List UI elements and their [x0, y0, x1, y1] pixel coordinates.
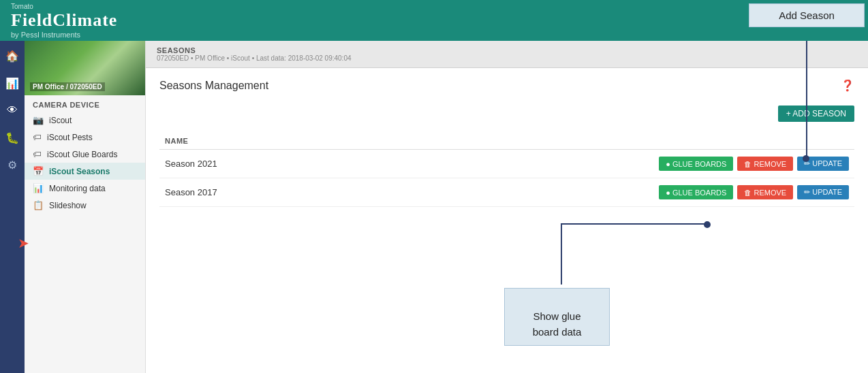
icon-nav: 🏠 📊 👁 🐛 ⚙: [0, 41, 25, 373]
sidebar-item-slideshow[interactable]: 📋 Slideshow: [25, 197, 145, 214]
glue-boards-icon: 🏷: [33, 149, 42, 159]
sidebar: PM Office / 072050ED CAMERA DEVICE 📷 iSc…: [25, 41, 146, 373]
show-glue-callout: Show glue board data: [504, 288, 610, 346]
row-actions-1: ● GLUE BOARDS 🗑 REMOVE ✏ UPDATE: [326, 150, 854, 178]
show-glue-dot: [704, 221, 711, 228]
brand-title: FieldClimate: [11, 10, 117, 31]
sidebar-item-iscout-pests-label: iScout Pests: [47, 133, 93, 142]
brand-area: Tomato FieldClimate by Pessl Instruments: [11, 3, 117, 39]
add-season-callout-line: [806, 41, 807, 160]
station-label: Tomato: [11, 3, 117, 10]
content-title-row: Seasons Management ❓: [159, 79, 854, 92]
iscout-pests-icon: 🏷: [33, 132, 42, 142]
season-name-1: Season 2021: [159, 150, 326, 178]
app-layout: 🏠 📊 👁 🐛 ⚙ PM Office / 072050ED CAMERA DE…: [0, 41, 868, 373]
monitoring-icon: 📊: [33, 183, 44, 193]
sidebar-item-iscout-label: iScout: [49, 116, 72, 125]
content-header: SEASONS 072050ED • PM Office • iScout • …: [146, 41, 868, 68]
sidebar-item-slideshow-label: Slideshow: [49, 201, 87, 210]
sidebar-item-iscout[interactable]: 📷 iScout: [25, 112, 145, 129]
help-icon[interactable]: ❓: [841, 79, 854, 92]
slideshow-icon: 📋: [33, 200, 44, 210]
sidebar-item-glue-boards-label: iScout Glue Boards: [47, 150, 117, 159]
content-header-sub: 072050ED • PM Office • iScout • Last dat…: [157, 54, 857, 62]
iscout-icon: 📷: [33, 115, 44, 125]
sidebar-section-header: CAMERA DEVICE: [25, 95, 145, 112]
glue-boards-btn-2[interactable]: ● GLUE BOARDS: [659, 185, 733, 199]
page-title: Seasons Management: [159, 80, 268, 92]
sidebar-item-glue-boards[interactable]: 🏷 iScout Glue Boards: [25, 146, 145, 163]
remove-btn-2[interactable]: 🗑 REMOVE: [737, 185, 793, 199]
col-actions: [326, 133, 854, 150]
update-btn-2[interactable]: ✏ UPDATE: [797, 185, 849, 199]
glue-boards-btn-1[interactable]: ● GLUE BOARDS: [659, 157, 733, 171]
sidebar-item-monitoring[interactable]: 📊 Monitoring data: [25, 180, 145, 197]
show-glue-text: Show glue board data: [533, 310, 582, 338]
sidebar-item-seasons-label: iScout Seasons: [49, 167, 110, 176]
sidebar-item-seasons[interactable]: 📅 iScout Seasons: [25, 163, 145, 180]
add-season-button[interactable]: + ADD SEASON: [778, 106, 854, 122]
row-actions-2: ● GLUE BOARDS 🗑 REMOVE ✏ UPDATE: [326, 178, 854, 207]
brand-sub: by Pessl Instruments: [11, 31, 117, 39]
seasons-table: NAME Season 2021 ● GLUE BOARDS 🗑 REMOVE …: [159, 133, 854, 207]
sidebar-image: PM Office / 072050ED: [25, 41, 145, 95]
sidebar-station-label: PM Office / 072050ED: [30, 82, 105, 91]
sidebar-item-iscout-pests[interactable]: 🏷 iScout Pests: [25, 129, 145, 146]
show-glue-line-vertical: [561, 223, 562, 285]
add-season-dot: [803, 155, 809, 162]
add-season-callout-text: Add Season: [779, 10, 835, 21]
top-bar: Tomato FieldClimate by Pessl Instruments…: [0, 0, 868, 41]
sidebar-item-monitoring-label: Monitoring data: [49, 184, 106, 193]
nav-home[interactable]: 🏠: [2, 46, 22, 65]
content-title-icons: ❓: [841, 79, 854, 92]
nav-settings[interactable]: ⚙: [2, 155, 22, 174]
show-glue-line-horizontal: [561, 223, 707, 225]
add-season-callout: Add Season: [749, 3, 865, 27]
col-name: NAME: [159, 133, 326, 150]
table-row: Season 2017 ● GLUE BOARDS 🗑 REMOVE ✏ UPD…: [159, 178, 854, 207]
season-name-2: Season 2017: [159, 178, 326, 207]
content-header-title: SEASONS: [157, 46, 857, 54]
table-row: Season 2021 ● GLUE BOARDS 🗑 REMOVE ✏ UPD…: [159, 150, 854, 178]
nav-chart[interactable]: 📊: [2, 74, 22, 93]
remove-btn-1[interactable]: 🗑 REMOVE: [737, 157, 793, 171]
nav-bug[interactable]: 🐛: [2, 128, 22, 147]
nav-eye[interactable]: 👁: [2, 101, 22, 120]
seasons-icon: 📅: [33, 166, 44, 176]
